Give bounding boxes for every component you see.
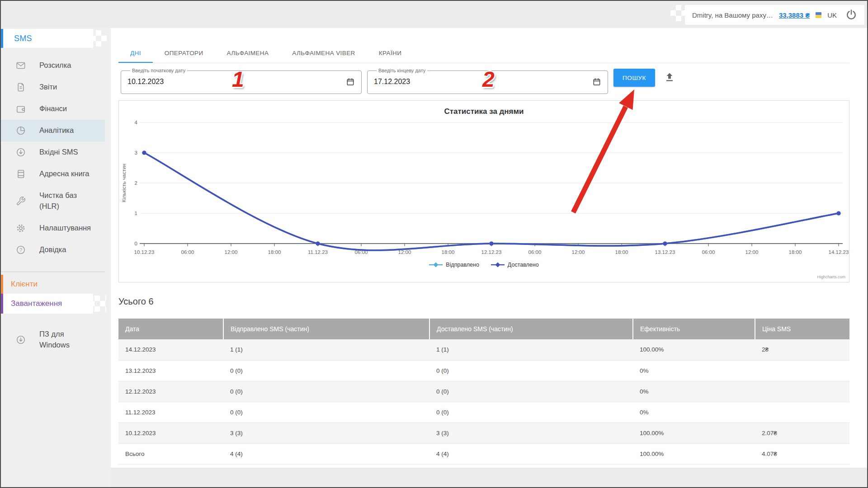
sidebar-item-downloads[interactable]: Завантаження [0,294,93,314]
table-row: 10.12.20233 (3)3 (3)100.00%2.07₴ [118,422,849,443]
table-cell: 4.07₴ [755,443,849,464]
decor-checker-pattern [89,296,106,312]
brand-label: SMS [14,34,32,43]
svg-text:3: 3 [135,150,137,155]
start-date-value[interactable]: 10.12.2023 [127,78,164,86]
main-content: ДНІ ОПЕРАТОРИ АЛЬФАІМЕНА АЛЬФАІМЕНА VIBE… [111,28,868,468]
tab-dni[interactable]: ДНІ [118,44,153,63]
svg-text:11.12.23: 11.12.23 [308,249,328,255]
sidebar-item-nalashtuvannia[interactable]: Налаштування [0,217,105,239]
legend-marker-icon [491,262,505,267]
search-button[interactable]: ПОШУК [613,69,655,87]
calendar-icon[interactable] [592,77,601,86]
table-cell: 4 (4) [223,443,429,464]
calendar-icon[interactable] [346,77,355,86]
legend-marker-icon [429,262,443,267]
svg-text:14.12.23: 14.12.23 [829,249,849,255]
incoming-sms-icon [16,147,26,157]
table-cell: 3 (3) [223,422,429,443]
table-cell: 100.00% [633,443,755,464]
highcharts-credits[interactable]: Highcharts.com [817,275,845,279]
svg-text:18:00: 18:00 [268,249,281,255]
svg-text:Кількість частин: Кількість частин [121,164,127,202]
table-cell: 0% [633,360,755,381]
sidebar-item-dovidka[interactable]: ? Довідка [0,239,105,261]
logout-icon[interactable] [845,9,857,21]
tab-alfaimena-viber[interactable]: АЛЬФАІМЕНА VIBER [280,44,367,63]
sidebar-item-zvity[interactable]: Звіти [0,76,105,98]
table-cell: 0% [633,402,755,422]
sidebar-divider [0,272,105,272]
table-cell: Всього [118,443,223,464]
tab-krainy[interactable]: КРАЇНИ [367,44,414,63]
sidebar-item-chystka-baz[interactable]: Чистка баз (HLR) [0,185,105,217]
col-efficiency: Ефективність [633,319,755,339]
svg-text:2: 2 [135,180,137,186]
gear-icon [16,223,26,233]
chart-legend: ВідправленоДоставлено [119,262,849,268]
table-cell [755,360,849,381]
sidebar: SMS Розсилка Звіти Фінанси Аналітика Вхі… [0,28,111,488]
table-cell: 10.12.2023 [118,422,223,443]
sidebar-item-clients[interactable]: Клієнти [0,275,105,294]
report-icon [16,82,26,92]
col-sent: Відправлено SMS (частин) [223,319,429,339]
annotation-number-2: 2 [482,67,495,92]
top-bar: Dmitry, на Вашому раху… 33,3883 ₴ UK [0,0,868,28]
col-date: Дата [118,319,223,339]
svg-text:18:00: 18:00 [442,249,455,255]
table-cell: 4 (4) [429,443,633,464]
decor-checker-pattern [670,5,687,21]
user-greeting: Dmitry, на Вашому раху… [692,11,773,19]
svg-text:06:00: 06:00 [702,249,715,255]
sidebar-item-finansy[interactable]: Фінанси [0,98,105,120]
table-cell: 13.12.2023 [118,360,223,381]
table-cell: 11.12.2023 [118,402,223,422]
table-cell: 2.07₴ [755,422,849,443]
svg-text:12:00: 12:00 [745,249,759,255]
help-icon: ? [16,245,26,255]
table-row: Всього4 (4)4 (4)100.00%4.07₴ [118,443,849,464]
table-header-row: Дата Відправлено SMS (частин) Доставлено… [118,319,849,339]
sidebar-item-windows-app[interactable]: ПЗ для Windows [0,329,111,351]
table-cell: 3 (3) [429,422,633,443]
sidebar-item-vhidni-sms[interactable]: Вхідні SMS [0,141,105,163]
col-price: Ціна SMS [755,319,849,339]
address-book-icon [16,169,26,179]
svg-text:1: 1 [135,211,137,216]
legend-label: Відправлено [446,262,479,268]
wallet-icon [16,104,26,114]
wrench-icon [16,196,26,206]
balance-link[interactable]: 33,3883 ₴ [779,11,810,19]
table-cell: 0% [633,381,755,402]
legend-item[interactable]: Доставлено [491,262,539,268]
decor-checker-pattern [90,30,107,47]
table-row: 11.12.20230 (0)0 (0)0% [118,402,849,422]
table-row: 13.12.20230 (0)0 (0)0% [118,360,849,381]
start-date-label: Введіть початкову дату [132,68,185,73]
tab-operatory[interactable]: ОПЕРАТОРИ [153,44,215,63]
svg-text:12:00: 12:00 [398,249,411,255]
legend-item[interactable]: Відправлено [429,262,479,268]
svg-text:?: ? [19,247,22,253]
sidebar-item-rozsylka[interactable]: Розсилка [0,55,105,76]
sidebar-item-analityka[interactable]: Аналітика [0,120,105,141]
end-date-value[interactable]: 17.12.2023 [374,78,410,86]
statistics-table: Дата Відправлено SMS (частин) Доставлено… [118,319,849,465]
col-delivered: Доставлено SMS (частин) [429,319,633,339]
table-cell: 0 (0) [429,381,633,402]
pie-chart-icon [16,126,26,136]
table-cell: 1 (1) [429,339,633,360]
table-cell [755,381,849,402]
table-cell: 0 (0) [223,381,429,402]
svg-text:0: 0 [135,241,137,246]
sidebar-item-sms[interactable]: SMS [0,29,93,48]
svg-text:18:00: 18:00 [615,249,628,255]
table-cell: 0 (0) [223,402,429,422]
table-cell: 12.12.2023 [118,381,223,402]
sidebar-item-adresna-knyha[interactable]: Адресна книга [0,163,105,185]
tab-alfaimena[interactable]: АЛЬФАІМЕНА [215,44,281,63]
export-upload-icon[interactable] [663,71,676,84]
language-selector[interactable]: UK [827,11,837,19]
table-cell: 1 (1) [223,339,429,360]
